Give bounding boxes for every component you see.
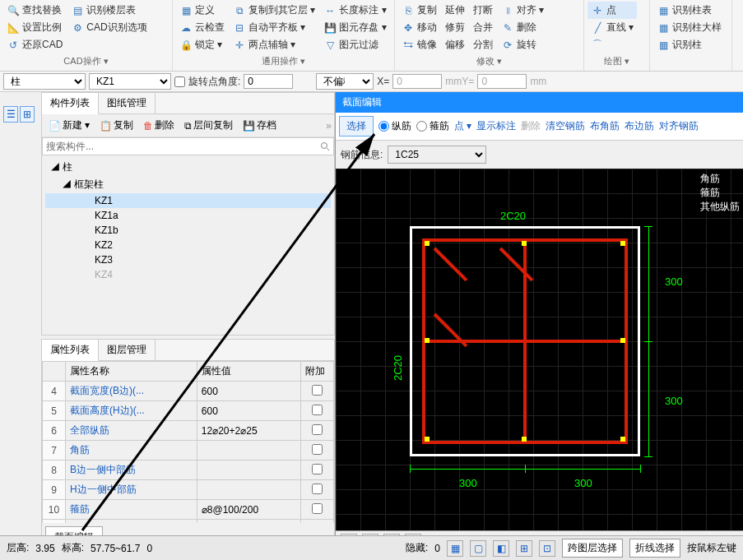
rotate[interactable]: ⟳旋转 [498,36,547,53]
two-pt-axis[interactable]: ✛两点辅轴 ▾ [230,36,318,53]
tab-components[interactable]: 构件列表 [42,93,99,114]
secondary-bar: 柱 KZ1 旋转点角度: 不偏移 ▾ X= mmY= mm [0,72,743,92]
tree-item-kz3[interactable]: KZ3 [45,252,331,267]
cad-recog-opt[interactable]: ⚙CAD识别选项 [67,19,150,36]
move[interactable]: ✥移动 [398,19,440,36]
polyline-btn[interactable]: 折线选择 [629,539,680,558]
group-common-label: 通用操作 ▾ [176,53,391,69]
edge-rebar[interactable]: 布边筋 [625,119,654,133]
search-input[interactable] [42,137,334,155]
section-edit-title: 截面编辑 [336,92,743,113]
sb-icon-1[interactable]: ▦ [447,540,463,557]
point-dd[interactable]: 点 ▾ [454,119,471,133]
define[interactable]: ▦定义 [176,2,228,19]
mirror[interactable]: ⮀镜像 [398,36,440,53]
tab-layers[interactable]: 图层管理 [99,340,156,360]
len-dim[interactable]: ↔长度标注 ▾ [320,2,389,19]
select-mode-btn[interactable]: 选择 [339,116,374,137]
trim[interactable]: 修剪 [442,19,468,36]
offset-select[interactable]: 不偏移 ▾ [316,73,374,90]
layer-copy-btn[interactable]: ⧉层间复制 [180,117,237,134]
edit-toolbar: 选择 纵筋 箍筋 点 ▾ 显示标注 删除 清空钢筋 布角筋 布边筋 对齐钢筋 [336,113,743,141]
point-tool[interactable]: ✛点 [587,2,637,19]
dim-left: 2C20 [392,355,404,381]
x-input[interactable] [392,74,442,89]
rotate-input[interactable] [244,74,293,89]
copy[interactable]: ⎘复制 [398,2,440,19]
del-btn[interactable]: 🗑删除 [139,117,179,134]
sb-icon-5[interactable]: ⊡ [539,540,555,557]
set-scale[interactable]: 📐设置比例 [3,19,66,36]
dim-top: 2C20 [500,210,526,222]
ribbon: 🔍查找替换 📐设置比例 ↺还原CAD ▤识别楼层表 ⚙CAD识别选项 CAD操作… [0,0,743,72]
lock[interactable]: 🔒锁定 ▾ [176,36,228,53]
merge[interactable]: 合并 [470,19,496,36]
rebar-info-label: 钢筋信息: [341,148,383,162]
recog-col[interactable]: ▦识别柱 [653,36,725,53]
component-panel: 构件列表 图纸管理 📄新建 ▾ 📋复制 🗑删除 ⧉层间复制 💾存档 » ◢ 柱 … [41,92,335,336]
elem-save[interactable]: 💾图元存盘 ▾ [320,19,389,36]
tree-item-kz2[interactable]: KZ2 [45,238,331,252]
tree-item-kz1a[interactable]: KZ1a [45,208,331,223]
copy-btn[interactable]: 📋复制 [95,117,137,134]
dim-b2: 300 [574,477,592,489]
sb-icon-2[interactable]: ▢ [470,540,486,557]
line-tool[interactable]: ╱直线 ▾ [587,19,637,36]
new-btn[interactable]: 📄新建 ▾ [44,117,94,134]
arc-tool[interactable]: ⌒ [587,36,637,53]
rail-btn-1[interactable]: ☰ [3,106,18,123]
tree-group[interactable]: ◢ 框架柱 [45,176,331,193]
group-cad-label: CAD操作 ▾ [3,53,169,69]
copy-to-layer[interactable]: ⧉复制到其它层 ▾ [230,2,318,19]
cross-layer-btn[interactable]: 跨图层选择 [562,539,623,558]
align-rebar[interactable]: 对齐钢筋 [659,119,699,133]
elem-filter[interactable]: ▽图元过滤 [320,36,389,53]
tree-item-kz4[interactable]: KZ4 [45,267,331,282]
legend: 角筋 箍筋 其他纵筋 [700,172,740,214]
rotate-checkbox[interactable] [174,76,185,87]
category-select[interactable]: 柱 [3,73,86,90]
section-canvas[interactable]: 角筋 箍筋 其他纵筋 2C20 2C20 300 300 300 300 ⌐ [336,169,743,553]
recog-floor[interactable]: ▤识别楼层表 [67,2,150,19]
rail-btn-2[interactable]: ⊞ [20,106,35,123]
sb-icon-4[interactable]: ⊞ [516,540,532,557]
component-tree[interactable]: ◢ 柱 ◢ 框架柱 KZ1 KZ1a KZ1b KZ2 KZ3 KZ4 [42,155,334,335]
longitudinal-radio[interactable]: 纵筋 [378,119,411,133]
clear-rebar[interactable]: 清空钢筋 [546,119,585,133]
del-rebar: 删除 [521,119,541,133]
dim-r1: 300 [665,275,683,288]
offset[interactable]: 偏移 [442,36,468,53]
sb-icon-3[interactable]: ◧ [493,540,509,557]
component-select[interactable]: KZ1 [89,73,171,90]
dim-b1: 300 [459,477,477,489]
tab-drawings[interactable]: 图纸管理 [99,93,156,113]
group-modify-label: 修改 ▾ [398,53,580,69]
extend[interactable]: 延伸 [442,2,468,19]
recog-col-table[interactable]: ▦识别柱表 [653,2,725,19]
recog-col-detail[interactable]: ▦识别柱大样 [653,19,725,36]
corner-rebar[interactable]: 布角筋 [590,119,620,133]
show-dim[interactable]: 显示标注 [476,119,516,133]
dim-r2: 300 [665,395,683,407]
auto-level[interactable]: ⊟自动平齐板 ▾ [230,19,318,36]
group-draw-label: 绘图 ▾ [587,53,646,69]
align[interactable]: ⫴对齐 ▾ [498,2,547,19]
split[interactable]: 分割 [470,36,496,53]
cloud-check[interactable]: ☁云检查 [176,19,228,36]
tree-item-kz1[interactable]: KZ1 [45,193,331,208]
rotate-label: 旋转点角度: [188,75,240,89]
break[interactable]: 打断 [470,2,496,19]
rebar-info-select[interactable]: 1C25 [388,146,486,164]
tab-props[interactable]: 属性列表 [42,340,99,361]
tree-item-kz1b[interactable]: KZ1b [45,223,331,238]
property-table[interactable]: 属性名称属性值附加 4截面宽度(B边)(...600 5截面高度(H边)(...… [42,361,334,523]
property-panel: 属性列表 图层管理 属性名称属性值附加 4截面宽度(B边)(...600 5截面… [41,339,335,553]
archive-btn[interactable]: 💾存档 [239,117,281,134]
stirrup-radio[interactable]: 箍筋 [416,119,449,133]
restore-cad[interactable]: ↺还原CAD [3,36,66,53]
find-replace[interactable]: 🔍查找替换 [3,2,66,19]
tree-root[interactable]: ◢ 柱 [45,159,331,176]
delete[interactable]: ✎删除 [498,19,547,36]
side-rail: ☰ ⊞ [0,103,38,126]
y-input[interactable] [477,74,527,89]
